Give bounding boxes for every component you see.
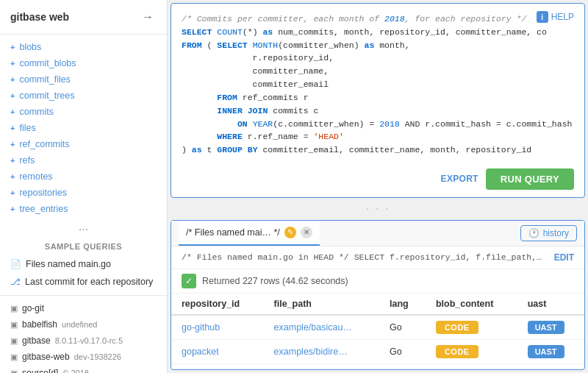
cell-repository_id[interactable]: go-github	[171, 315, 264, 340]
db-item-source[d][interactable]: ▣source[d]© 2018	[0, 365, 167, 373]
uast-button[interactable]: UAST	[528, 321, 564, 334]
query-editor-area: i HELP /* Commits per committer, each mo…	[171, 4, 584, 163]
sidebar-item-ref_commits[interactable]: +ref_commits	[0, 136, 167, 152]
tab-edit-icon[interactable]: ✎	[284, 227, 296, 238]
sidebar-item-label: commit_files	[19, 74, 70, 85]
sidebar-item-repositories[interactable]: +repositories	[0, 185, 167, 201]
sidebar-item-commit_files[interactable]: +commit_files	[0, 71, 167, 88]
sidebar-item-tree_entries[interactable]: +tree_entries	[0, 201, 167, 217]
sidebar-item-label: commits	[19, 107, 54, 117]
db-name: source[d]	[22, 368, 58, 373]
results-table-wrapper: repository_idfile_pathlangblob_contentua…	[171, 294, 584, 369]
cell-file_path[interactable]: examples/bidire…	[264, 339, 379, 363]
db-version: © 2018	[62, 369, 89, 373]
query-icon: 📄	[10, 259, 21, 269]
db-name: gitbase	[22, 335, 51, 346]
db-name: go-git	[22, 303, 44, 313]
sidebar-item-remotes[interactable]: +remotes	[0, 168, 167, 185]
cell-uast: UAST	[517, 315, 584, 340]
sidebar-item-label: refs	[19, 155, 35, 166]
plus-icon: +	[10, 43, 15, 51]
table-row: go-githubexample/basicau…GoCODEUAST	[171, 315, 584, 340]
cell-blob_content: CODE	[426, 315, 517, 340]
plus-icon: +	[10, 75, 15, 84]
results-table: repository_idfile_pathlangblob_contentua…	[171, 294, 584, 364]
help-button[interactable]: i HELP	[537, 11, 574, 23]
db-item-gitbase[interactable]: ▣gitbase8.0.11-v0.17.0-rc.5	[0, 333, 167, 349]
sidebar-item-files[interactable]: +files	[0, 120, 167, 136]
tab-history[interactable]: 🕐 history	[520, 225, 577, 241]
sidebar-item-blobs[interactable]: +blobs	[0, 39, 167, 55]
query-icon: ⎇	[10, 277, 21, 287]
code-button[interactable]: CODE	[436, 321, 478, 334]
results-query-text: /* Files named main.go in HEAD */ SELECT…	[182, 252, 542, 262]
sidebar-item-commit_trees[interactable]: +commit_trees	[0, 88, 167, 104]
plus-icon: +	[10, 156, 15, 165]
db-version: undefined	[62, 320, 97, 329]
sidebar-item-commit_blobs[interactable]: +commit_blobs	[0, 55, 167, 71]
code-button[interactable]: CODE	[436, 345, 478, 358]
plus-icon: +	[10, 172, 15, 181]
results-panel: /* Files named mai… */ ✎ ✕ 🕐 history /* …	[171, 220, 585, 370]
sidebar-item-label: commit_blobs	[19, 58, 76, 68]
query-item[interactable]: 📄Files named main.go	[0, 255, 167, 273]
sidebar-item-label: commit_trees	[19, 90, 74, 101]
sidebar-item-label: blobs	[19, 42, 41, 52]
sidebar-section-title: SAMPLE QUERIES	[0, 236, 167, 255]
export-button[interactable]: EXPORT	[441, 174, 478, 184]
db-item-go-git[interactable]: ▣go-git	[0, 300, 167, 316]
col-header-file_path: file_path	[264, 294, 379, 315]
sidebar-title: gitbase web	[10, 11, 69, 23]
cell-file_path[interactable]: example/basicau…	[264, 315, 379, 340]
cell-lang[interactable]: Go	[379, 315, 426, 340]
col-header-uast: uast	[517, 294, 584, 315]
sidebar-header: gitbase web →	[0, 0, 167, 35]
db-name: gitbase-web	[22, 352, 70, 362]
status-check-icon: ✓	[182, 274, 196, 288]
plus-icon: +	[10, 59, 15, 68]
results-status: ✓ Returned 227 rows (44.62 seconds)	[171, 269, 584, 294]
history-label: history	[543, 228, 569, 238]
sidebar-item-label: files	[19, 123, 35, 133]
tab-files-main[interactable]: /* Files named mai… */ ✎ ✕	[179, 221, 320, 246]
db-icon: ▣	[10, 336, 18, 346]
sidebar: gitbase web → +blobs+commit_blobs+commit…	[0, 0, 168, 373]
help-label: HELP	[551, 12, 574, 22]
sidebar-item-label: remotes	[19, 171, 52, 182]
db-name: babelfish	[22, 319, 57, 330]
sidebar-nav: +blobs+commit_blobs+commit_files+commit_…	[0, 35, 167, 373]
db-item-babelfish[interactable]: ▣babelfishundefined	[0, 316, 167, 333]
query-item[interactable]: ⎇Last commit for each repository	[0, 273, 167, 291]
cell-repository_id[interactable]: gopacket	[171, 339, 264, 363]
history-clock-icon: 🕐	[528, 228, 539, 238]
status-text: Returned 227 rows (44.62 seconds)	[202, 276, 348, 286]
db-item-gitbase-web[interactable]: ▣gitbase-webdev-1938226	[0, 349, 167, 365]
query-panel: i HELP /* Commits per committer, each mo…	[171, 3, 585, 198]
plus-icon: +	[10, 188, 15, 197]
sidebar-item-label: ref_commits	[19, 139, 69, 149]
results-query-preview: /* Files named main.go in HEAD */ SELECT…	[171, 246, 584, 269]
edit-query-button[interactable]: EDIT	[554, 252, 574, 263]
cell-uast: UAST	[517, 339, 584, 363]
col-header-repository_id: repository_id	[171, 294, 264, 315]
query-label: Last commit for each repository	[25, 277, 153, 287]
col-header-blob_content: blob_content	[426, 294, 517, 315]
col-header-lang: lang	[379, 294, 426, 315]
resize-handle[interactable]: · · ·	[171, 201, 585, 217]
plus-icon: +	[10, 124, 15, 132]
plus-icon: +	[10, 205, 15, 213]
sidebar-nav-more[interactable]: ...	[0, 217, 167, 236]
cell-lang[interactable]: Go	[379, 339, 426, 363]
main-content: i HELP /* Commits per committer, each mo…	[168, 0, 588, 373]
uast-button[interactable]: UAST	[528, 345, 564, 358]
tab-close-icon[interactable]: ✕	[301, 227, 312, 238]
query-actions: EXPORT RUN QUERY	[171, 163, 584, 197]
db-icon: ▣	[10, 320, 18, 330]
sidebar-item-refs[interactable]: +refs	[0, 152, 167, 168]
sidebar-item-label: repositories	[19, 188, 67, 198]
run-query-button[interactable]: RUN QUERY	[486, 168, 574, 190]
query-code[interactable]: /* Commits per committer, each month of …	[182, 13, 574, 157]
sidebar-expand-button[interactable]: →	[139, 9, 157, 25]
sidebar-item-commits[interactable]: +commits	[0, 104, 167, 120]
tab-label: /* Files named mai… */	[186, 227, 280, 238]
